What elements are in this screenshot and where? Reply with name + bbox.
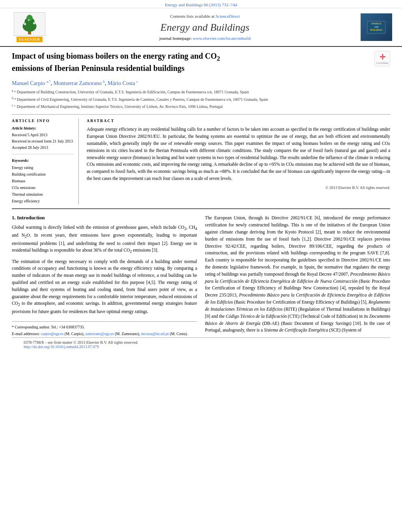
- footnotes: * Corresponding author. Tel.: +34 630837…: [12, 321, 197, 337]
- article-info-col: ARTICLE INFO Article history: Received 5…: [12, 119, 79, 204]
- authors-line: Manuel Carpio a,*, Montserrat Zamorano b…: [12, 80, 390, 87]
- sciencedirect-link[interactable]: ScienceDirect: [216, 14, 240, 19]
- copyright: © 2013 Elsevier B.V. All rights reserved…: [87, 185, 390, 190]
- journal-header: ELSEVIER Contents lists available at Sci…: [0, 8, 402, 47]
- author-carpio: Manuel Carpio: [12, 80, 45, 86]
- journal-title-center: Contents lists available at ScienceDirec…: [51, 14, 359, 41]
- svg-point-4: [24, 23, 26, 25]
- intro-right-para1: The European Union, through its Directiv…: [205, 215, 390, 334]
- keyword-1: Energy rating: [12, 164, 74, 171]
- affiliation-b: b ᵇ Department of Civil Engineering, Uni…: [12, 96, 390, 102]
- email-zamorano[interactable]: zamorano@ugr.es: [85, 332, 114, 336]
- email-line: E-mail addresses: carpio@ugr.es (M. Carp…: [12, 331, 197, 337]
- journal-reference: Energy and Buildings 66 (2013) 732–744: [165, 2, 237, 7]
- affiliation-a: a ᵃ Department of Building Construction,…: [12, 89, 390, 95]
- keyword-3: Biomass: [12, 178, 74, 184]
- bottom-bar: 0378-7788/$ – see front matter © 2013 El…: [12, 337, 390, 351]
- keyword-6: Energy efficiency: [12, 198, 74, 204]
- abstract-col: ABSTRACT Adequate energy efficiency in a…: [87, 119, 390, 204]
- article-info-abstract: ARTICLE INFO Article history: Received 5…: [12, 114, 390, 204]
- elsevier-logo: ELSEVIER: [8, 12, 51, 42]
- logo-right: ENERGY AND BUILDINGS: [359, 13, 394, 41]
- doi-link[interactable]: http://dx.doi.org/10.1016/j.enbuild.2013…: [24, 345, 99, 349]
- contents-line: Contents lists available at ScienceDirec…: [51, 14, 359, 19]
- received-date: Received 5 April 2013: [12, 132, 74, 138]
- svg-point-6: [28, 19, 30, 21]
- intro-left: 1. Introduction Global warming is direct…: [12, 215, 197, 337]
- email-costa[interactable]: mcosta@ist.utl.pt: [141, 332, 169, 336]
- keyword-5: Thermal simulation: [12, 191, 74, 198]
- history-title: Article history:: [12, 126, 74, 130]
- article-content: Impact of using biomass boilers on the e…: [0, 47, 402, 359]
- intro-label: Introduction: [17, 215, 45, 221]
- homepage: journal homepage: www.elsevier.com/locat…: [51, 36, 359, 41]
- svg-point-3: [26, 15, 33, 21]
- revised-date: Received in revised form 21 July 2013: [12, 138, 74, 145]
- abstract-text: Adequate energy efficiency in any reside…: [87, 126, 390, 182]
- article-title-section: Impact of using biomass boilers on the e…: [12, 51, 390, 76]
- journal-title: Energy and Buildings: [51, 22, 359, 33]
- elsevier-badge: ELSEVIER: [17, 37, 43, 42]
- section-num: 1.: [12, 215, 16, 221]
- issn-text: 0378-7788/$ – see front matter © 2013 El…: [24, 340, 138, 345]
- intro-right: The European Union, through its Directiv…: [205, 215, 390, 337]
- article-history: Article history: Received 5 April 2013 R…: [12, 126, 74, 154]
- eb-logo-box: ENERGY AND BUILDINGS: [361, 13, 392, 41]
- article-info-header: ARTICLE INFO: [12, 119, 74, 123]
- keyword-4: CO₂ emissions: [12, 184, 74, 191]
- crossmark-badge[interactable]: ✛ CrossMark: [374, 51, 390, 67]
- corresponding-author: * Corresponding author. Tel.: +34 630837…: [12, 324, 197, 330]
- author-costa: Mário Costa: [108, 80, 135, 86]
- svg-text:BUILDINGS: BUILDINGS: [370, 29, 383, 31]
- homepage-url[interactable]: www.elsevier.com/locate/enbuild: [193, 36, 251, 41]
- top-bar: Energy and Buildings 66 (2013) 732–744: [0, 0, 402, 8]
- keywords-title: Keywords:: [12, 158, 74, 163]
- crossmark-label: CrossMark: [376, 61, 388, 65]
- crossmark-icon: ✛: [376, 53, 388, 61]
- keyword-2: Building certification: [12, 171, 74, 178]
- affiliations: a ᵃ Department of Building Construction,…: [12, 89, 390, 109]
- affiliation-c: c ᶜ Department of Mechanical Engineering…: [12, 103, 390, 109]
- email-carpio[interactable]: carpio@ugr.es: [41, 332, 63, 336]
- svg-text:ENERGY: ENERGY: [371, 22, 382, 25]
- elsevier-tree-icon: [14, 12, 45, 36]
- abstract-header: ABSTRACT: [87, 119, 390, 123]
- accepted-date: Accepted 28 July 2013: [12, 145, 74, 151]
- intro-para2: The estimation of the energy necessary t…: [12, 258, 197, 315]
- svg-point-5: [33, 22, 35, 24]
- keywords-section: Keywords: Energy rating Building certifi…: [12, 158, 74, 204]
- main-body: 1. Introduction Global warming is direct…: [12, 208, 390, 337]
- author-zamorano: Montserrat Zamorano: [54, 80, 102, 86]
- intro-title: 1. Introduction: [12, 215, 197, 221]
- article-title: Impact of using biomass boilers on the e…: [12, 51, 374, 73]
- intro-para1: Global warming is directly linked with t…: [12, 224, 197, 255]
- svg-text:AND: AND: [374, 26, 379, 28]
